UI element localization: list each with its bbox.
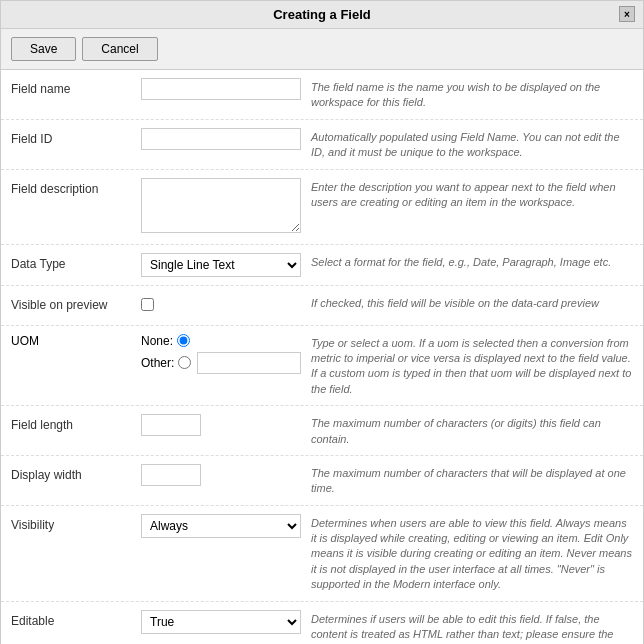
field-description-textarea[interactable]: [141, 178, 301, 233]
cancel-button[interactable]: Cancel: [82, 37, 157, 61]
uom-other-input[interactable]: [197, 352, 301, 374]
field-description-desc: Enter the description you want to appear…: [311, 178, 633, 211]
visible-on-preview-checkbox[interactable]: [141, 298, 154, 311]
visible-on-preview-desc: If checked, this field will be visible o…: [311, 294, 633, 311]
field-name-desc: The field name is the name you wish to b…: [311, 78, 633, 111]
field-length-row: Field length The maximum number of chara…: [1, 406, 643, 456]
uom-none-label: None:: [141, 334, 173, 348]
uom-other-radio[interactable]: [178, 356, 191, 369]
data-type-select[interactable]: Single Line Text Paragraph Date Number I…: [141, 253, 301, 277]
field-id-row: Field ID Automatically populated using F…: [1, 120, 643, 170]
data-type-row: Data Type Single Line Text Paragraph Dat…: [1, 245, 643, 286]
visible-on-preview-row: Visible on preview If checked, this fiel…: [1, 286, 643, 326]
display-width-label: Display width: [11, 464, 141, 482]
display-width-input-col: [141, 464, 311, 486]
field-description-row: Field description Enter the description …: [1, 170, 643, 245]
data-type-desc: Select a format for the field, e.g., Dat…: [311, 253, 633, 270]
editable-desc: Determines if users will be able to edit…: [311, 610, 633, 644]
form-body: Field name The field name is the name yo…: [1, 70, 643, 644]
visibility-select[interactable]: Always Edit Only Never: [141, 514, 301, 538]
field-length-desc: The maximum number of characters (or dig…: [311, 414, 633, 447]
field-name-label: Field name: [11, 78, 141, 96]
visibility-row: Visibility Always Edit Only Never Determ…: [1, 506, 643, 602]
title-bar: Creating a Field ×: [1, 1, 643, 29]
field-id-input[interactable]: [141, 128, 301, 150]
data-type-label: Data Type: [11, 253, 141, 271]
data-type-input-col: Single Line Text Paragraph Date Number I…: [141, 253, 311, 277]
uom-row: UOM None: Other: Type or select a uom. I…: [1, 326, 643, 407]
field-description-input-col: [141, 178, 311, 236]
uom-input-col: None: Other:: [141, 334, 311, 374]
visible-on-preview-input-col: [141, 294, 311, 314]
save-button[interactable]: Save: [11, 37, 76, 61]
field-name-row: Field name The field name is the name yo…: [1, 70, 643, 120]
visibility-desc: Determines when users are able to view t…: [311, 514, 633, 593]
display-width-row: Display width The maximum number of char…: [1, 456, 643, 506]
editable-input-col: True False: [141, 610, 311, 634]
field-length-input[interactable]: [141, 414, 201, 436]
uom-other-label: Other:: [141, 356, 174, 370]
display-width-desc: The maximum number of characters that wi…: [311, 464, 633, 497]
uom-none-row: None:: [141, 334, 301, 348]
window-title: Creating a Field: [273, 7, 371, 22]
editable-select[interactable]: True False: [141, 610, 301, 634]
toolbar: Save Cancel: [1, 29, 643, 70]
uom-label: UOM: [11, 334, 141, 348]
field-id-desc: Automatically populated using Field Name…: [311, 128, 633, 161]
creating-field-window: Creating a Field × Save Cancel Field nam…: [0, 0, 644, 644]
field-name-input[interactable]: [141, 78, 301, 100]
field-length-input-col: [141, 414, 311, 436]
field-id-input-col: [141, 128, 311, 150]
visible-on-preview-label: Visible on preview: [11, 294, 141, 312]
field-description-label: Field description: [11, 178, 141, 196]
field-length-label: Field length: [11, 414, 141, 432]
uom-other-row: Other:: [141, 352, 301, 374]
visibility-label: Visibility: [11, 514, 141, 532]
uom-section: None: Other:: [141, 334, 301, 374]
field-name-input-col: [141, 78, 311, 100]
uom-none-radio[interactable]: [177, 334, 190, 347]
editable-label: Editable: [11, 610, 141, 628]
visibility-input-col: Always Edit Only Never: [141, 514, 311, 538]
editable-row: Editable True False Determines if users …: [1, 602, 643, 644]
close-button[interactable]: ×: [619, 6, 635, 22]
uom-desc: Type or select a uom. If a uom is select…: [311, 334, 633, 398]
field-id-label: Field ID: [11, 128, 141, 146]
display-width-input[interactable]: [141, 464, 201, 486]
